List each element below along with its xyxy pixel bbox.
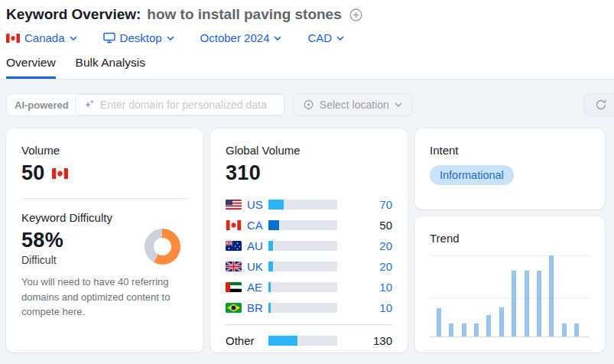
location-pin-icon [303, 99, 314, 111]
volume-value: 50 [21, 161, 45, 185]
trend-bar [486, 315, 491, 336]
main-content: AI-powered Select location Volume 50 Key… [0, 80, 614, 353]
flag-canada-icon [226, 220, 242, 230]
volume-title: Volume [21, 144, 188, 157]
ai-powered-label: AI-powered [15, 99, 69, 111]
country-volume: 70 [337, 198, 392, 211]
sparkles-icon [83, 99, 96, 111]
volume-bar [268, 303, 337, 313]
global-volume-title: Global Volume [226, 144, 392, 157]
date-filter[interactable]: October 2024 [200, 31, 282, 44]
country-link[interactable]: US [247, 198, 268, 211]
page-header: Keyword Overview: how to install paving … [0, 0, 614, 79]
trend-bar [499, 307, 504, 336]
chevron-down-icon [336, 36, 344, 41]
tab-overview[interactable]: Overview [6, 56, 56, 79]
chevron-down-icon [274, 36, 281, 41]
trend-bar [525, 271, 529, 336]
trend-card: Trend [414, 216, 605, 353]
global-volume-card: Global Volume 310 US 70 CA 50 AU [210, 128, 408, 353]
keyword-text: how to install paving stones [147, 6, 341, 23]
filters-row: Canada Desktop October 2024 CAD [6, 31, 614, 44]
country-link[interactable]: BR [247, 301, 268, 314]
kd-note: You will need to have 40 referring domai… [21, 275, 178, 320]
country-link[interactable]: AU [247, 239, 268, 252]
flag-brazil-icon [226, 303, 242, 313]
global-volume-rows: US 70 CA 50 AU 20 [226, 194, 392, 351]
country-volume: 10 [337, 301, 392, 314]
country-row-uk: UK 20 [226, 256, 392, 277]
intent-title: Intent [430, 144, 590, 157]
refresh-icon [595, 99, 607, 111]
country-volume: 10 [337, 281, 392, 294]
trend-bar [562, 323, 567, 336]
device-filter[interactable]: Desktop [103, 31, 174, 44]
country-volume: 20 [337, 260, 392, 273]
add-keyword-icon[interactable] [349, 8, 362, 21]
country-volume: 20 [337, 239, 392, 252]
tab-bulk-analysis[interactable]: Bulk Analysis [76, 56, 145, 79]
trend-bar [474, 323, 479, 336]
date-filter-label: October 2024 [200, 31, 270, 44]
trend-bar [574, 323, 579, 336]
other-row: Other 130 [226, 330, 392, 351]
country-link[interactable]: UK [247, 260, 268, 273]
country-row-us: US 70 [226, 194, 392, 215]
device-filter-label: Desktop [120, 31, 162, 44]
trend-bar [549, 255, 554, 336]
volume-bar [268, 200, 337, 210]
domain-input[interactable] [100, 99, 276, 111]
domain-input-box[interactable] [75, 94, 284, 115]
cards-row: Volume 50 Keyword Difficulty 58% Difficu… [6, 128, 608, 353]
kd-title: Keyword Difficulty [21, 211, 188, 224]
country-volume: 50 [337, 219, 392, 232]
country-row-ae: AE 10 [226, 277, 392, 297]
flag-canada-icon [6, 34, 20, 43]
trend-chart [430, 255, 590, 337]
refresh-button[interactable] [583, 93, 614, 116]
country-row-ca: CA 50 [226, 215, 392, 236]
volume-bar [268, 262, 337, 271]
chart-baseline [430, 336, 590, 337]
intent-card: Intent Informational [414, 128, 605, 210]
trend-bars [437, 255, 579, 336]
volume-bar [268, 220, 337, 230]
trend-bar [512, 271, 516, 336]
country-link[interactable]: AE [247, 281, 268, 294]
tab-bar: Overview Bulk Analysis [6, 56, 614, 79]
ai-domain-pill: AI-powered [6, 93, 285, 116]
country-row-au: AU 20 [226, 236, 392, 256]
flag-uae-icon [226, 282, 242, 292]
location-select[interactable]: Select location [293, 93, 412, 116]
chevron-down-icon [70, 36, 77, 41]
volume-bar [268, 241, 337, 251]
country-filter[interactable]: Canada [6, 31, 77, 44]
toolbar: AI-powered Select location [6, 93, 608, 116]
flag-uk-icon [226, 262, 242, 271]
other-volume: 130 [337, 334, 392, 347]
intent-badge[interactable]: Informational [430, 165, 514, 185]
country-row-br: BR 10 [226, 297, 392, 318]
global-volume-value: 310 [226, 161, 392, 185]
flag-us-icon [226, 200, 242, 210]
trend-bar [537, 271, 541, 336]
card-divider [21, 198, 188, 199]
location-select-label: Select location [320, 99, 389, 111]
trend-bar [449, 323, 453, 336]
chevron-down-icon [167, 36, 174, 41]
kd-label: Difficult [21, 254, 63, 266]
flag-australia-icon [226, 241, 242, 251]
desktop-icon [103, 32, 115, 44]
volume-card: Volume 50 Keyword Difficulty 58% Difficu… [6, 128, 203, 353]
country-filter-label: Canada [24, 31, 65, 44]
currency-filter[interactable]: CAD [307, 31, 344, 44]
other-divider [226, 324, 392, 325]
right-column: Intent Informational Trend [414, 128, 605, 353]
trend-bar [462, 323, 466, 336]
kd-value: 58% [21, 229, 63, 252]
other-label: Other [226, 334, 268, 347]
flag-canada-icon [52, 168, 68, 179]
page-title: Keyword Overview: [6, 6, 141, 23]
country-link[interactable]: CA [247, 219, 268, 232]
chevron-down-icon [395, 102, 402, 107]
